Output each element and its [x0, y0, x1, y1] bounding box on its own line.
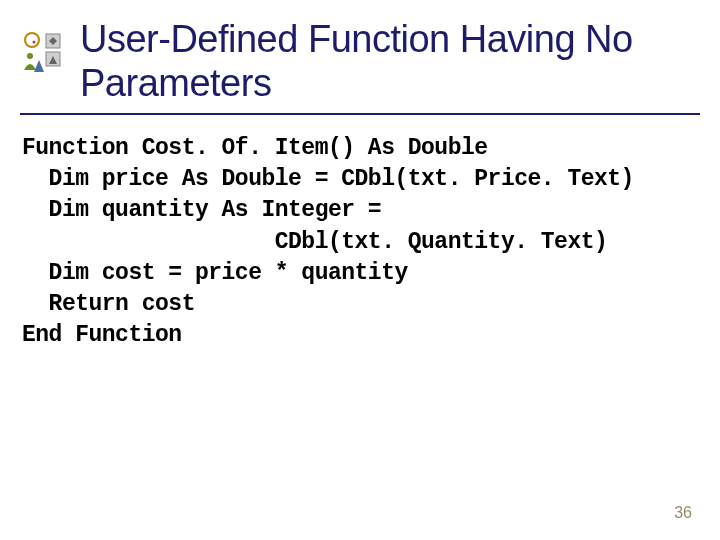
title-underline — [20, 113, 700, 115]
svg-point-1 — [33, 41, 36, 44]
code-line: Function Cost. Of. Item() As Double — [22, 135, 488, 161]
code-block: Function Cost. Of. Item() As Double Dim … — [0, 133, 720, 350]
slide-header: User-Defined Function Having No Paramete… — [0, 0, 720, 105]
slide-title: User-Defined Function Having No Paramete… — [80, 18, 700, 105]
code-line: Return cost — [22, 291, 195, 317]
decorative-shapes-icon — [20, 30, 68, 78]
code-line: Dim price As Double = CDbl(txt. Price. T… — [22, 166, 634, 192]
code-line: Dim quantity As Integer = — [22, 197, 381, 223]
code-line: Dim cost = price * quantity — [22, 260, 408, 286]
page-number: 36 — [674, 504, 692, 522]
code-line: CDbl(txt. Quantity. Text) — [22, 229, 607, 255]
svg-point-0 — [25, 33, 39, 47]
svg-point-4 — [27, 53, 33, 59]
code-line: End Function — [22, 322, 182, 348]
